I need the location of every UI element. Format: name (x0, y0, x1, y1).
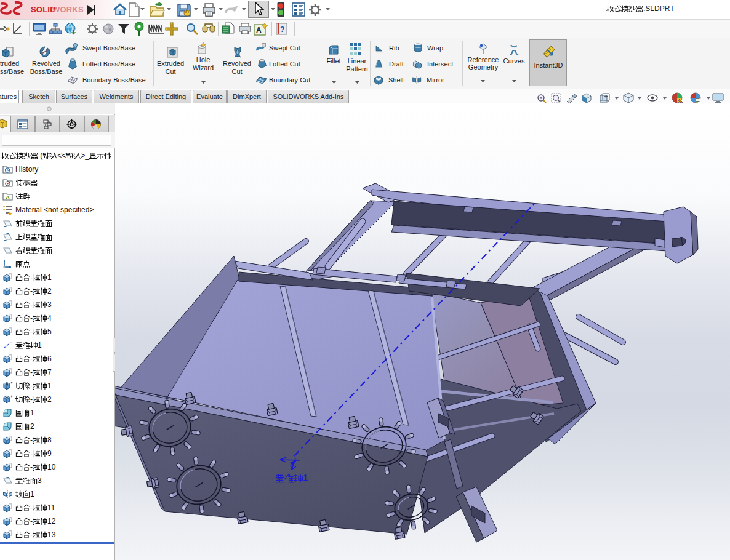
svg-text:A: A (6, 194, 10, 201)
